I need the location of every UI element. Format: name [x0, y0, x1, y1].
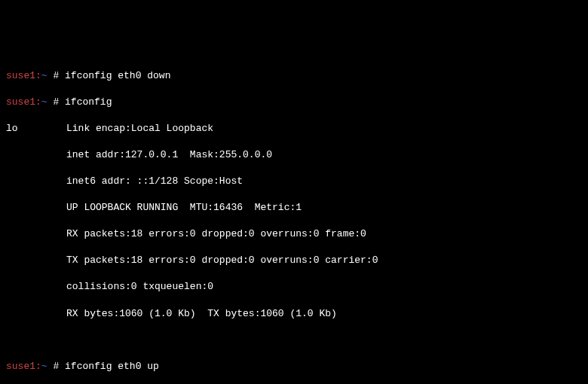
output-text: collisions:0 txqueuelen:0: [6, 280, 582, 294]
command-text: ifconfig eth0 up: [65, 361, 159, 372]
prompt-line-3[interactable]: suse1:~ # ifconfig eth0 up: [6, 360, 582, 373]
output-text: Link encap:Local Loopback: [66, 123, 213, 134]
command-text: ifconfig eth0 down: [65, 70, 170, 81]
prompt-host: suse1:: [6, 96, 41, 108]
prompt-host: suse1:: [6, 70, 41, 81]
output-text: TX packets:18 errors:0 dropped:0 overrun…: [6, 254, 582, 267]
prompt-line-2[interactable]: suse1:~ # ifconfig: [6, 96, 582, 109]
prompt-host: suse1:: [6, 361, 41, 372]
output-text: RX bytes:1060 (1.0 Kb) TX bytes:1060 (1.…: [6, 307, 582, 321]
command-text: ifconfig: [65, 96, 112, 108]
output-text: inet addr:127.0.0.1 Mask:255.0.0.0: [6, 148, 582, 162]
prompt-line-1[interactable]: suse1:~ # ifconfig eth0 down: [6, 69, 582, 83]
interface-name: lo: [6, 122, 66, 136]
prompt-path: ~: [41, 70, 47, 81]
prompt-separator: #: [47, 361, 60, 372]
output-text: UP LOOPBACK RUNNING MTU:16436 Metric:1: [6, 201, 582, 215]
prompt-path: ~: [41, 361, 47, 372]
terminal-output: suse1:~ # ifconfig eth0 down suse1:~ # i…: [6, 56, 582, 384]
output-text: RX packets:18 errors:0 dropped:0 overrun…: [6, 227, 582, 241]
ifconfig-output-line: loLink encap:Local Loopback: [6, 122, 582, 136]
blank-line: [6, 334, 582, 347]
prompt-separator: #: [47, 70, 60, 81]
prompt-path: ~: [41, 96, 47, 108]
prompt-separator: #: [47, 96, 60, 108]
output-text: inet6 addr: ::1/128 Scope:Host: [6, 175, 582, 188]
